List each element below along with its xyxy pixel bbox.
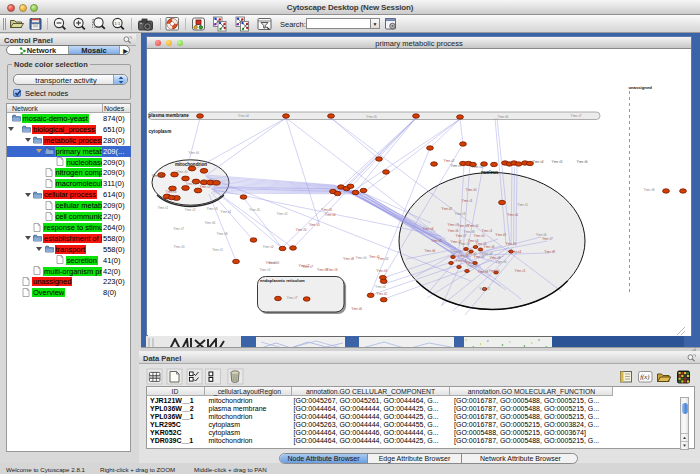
svg-text:Ymr-t5: Ymr-t5 [552,160,563,164]
svg-text:Ymr-t0: Ymr-t0 [177,170,188,174]
svg-text:Ymr-t0: Ymr-t0 [474,234,485,238]
svg-text:Ymr-t5: Ymr-t5 [505,242,516,246]
svg-text:Ymr-t3: Ymr-t3 [166,190,177,194]
svg-text:Ymr-t1: Ymr-t1 [482,229,493,233]
svg-text:cytoplasm: cytoplasm [149,129,172,134]
svg-text:Ymr-t8: Ymr-t8 [217,232,228,236]
svg-text:unassigned: unassigned [629,85,653,90]
svg-text:Ymr-t3: Ymr-t3 [321,208,332,212]
svg-text:Ymr-t7: Ymr-t7 [542,237,553,241]
svg-text:Ymr-t2: Ymr-t2 [299,264,310,268]
svg-text:Ymr-t4: Ymr-t4 [533,160,544,164]
svg-text:Ymr-t7: Ymr-t7 [456,234,467,238]
svg-text:Ymr-t8: Ymr-t8 [343,257,354,261]
svg-text:Ymr-t2: Ymr-t2 [444,159,455,163]
svg-text:Ymr-t2: Ymr-t2 [200,185,211,189]
svg-text:Ymr-t5: Ymr-t5 [431,239,442,243]
svg-text:Ymr-t3: Ymr-t3 [207,207,218,211]
svg-text:Ymr-t6: Ymr-t6 [577,160,588,164]
svg-text:Ymr-t5: Ymr-t5 [376,292,387,296]
svg-text:f(x): f(x) [640,373,649,381]
svg-text:Ymr-t6: Ymr-t6 [448,229,459,233]
svg-text:Ymr-t1: Ymr-t1 [157,206,168,210]
svg-text:Ymr-t3: Ymr-t3 [376,269,387,273]
svg-text:Ymr-t8: Ymr-t8 [544,250,555,254]
svg-text:endoplasmic reticulum: endoplasmic reticulum [260,278,305,283]
svg-text:Ymr-t3: Ymr-t3 [495,233,506,237]
svg-text:Ymr-t7: Ymr-t7 [287,296,298,300]
svg-text:Ymr-t6: Ymr-t6 [351,307,362,311]
svg-text:Ymr-t3: Ymr-t3 [455,212,466,216]
svg-text:Ymr-t7: Ymr-t7 [451,164,462,168]
svg-text:Ymr-t6: Ymr-t6 [484,245,495,249]
svg-text:Ymr-t0: Ymr-t0 [466,188,477,192]
svg-text:nucleus: nucleus [481,170,499,175]
svg-text:Ymr-t8: Ymr-t8 [644,188,655,192]
svg-text:plasma membrane: plasma membrane [149,113,190,118]
svg-text:Ymr-t4: Ymr-t4 [325,213,336,217]
svg-text:Ymr-t2: Ymr-t2 [479,287,490,291]
svg-text:Ymr-t1: Ymr-t1 [515,269,526,273]
svg-text:Ymr-t3: Ymr-t3 [472,165,483,169]
svg-text:Ymr-t6: Ymr-t6 [424,249,435,253]
svg-text:Ymr-t6: Ymr-t6 [204,221,215,225]
svg-text:Ymr-t0: Ymr-t0 [188,151,199,155]
svg-text:Ymr-t2: Ymr-t2 [441,207,452,211]
svg-text:Ymr-t6: Ymr-t6 [496,260,507,264]
svg-text:Ymr-t0: Ymr-t0 [356,256,367,260]
svg-text:Ymr-t4: Ymr-t4 [375,285,386,289]
svg-text:Ymr-t1: Ymr-t1 [462,199,473,203]
svg-text:Ymr-t1: Ymr-t1 [186,182,197,186]
svg-text:Ymr-t1: Ymr-t1 [517,203,528,207]
svg-text:Ymr-t2: Ymr-t2 [378,257,389,261]
svg-text:Ymr-t3: Ymr-t3 [327,268,338,272]
svg-text:Ymr-t0: Ymr-t0 [507,213,518,217]
svg-text:Ymr-t0: Ymr-t0 [468,224,479,228]
svg-text:Ymr-t4: Ymr-t4 [220,210,231,214]
svg-text:Ymr-t1: Ymr-t1 [260,268,271,272]
svg-text:Ymr-t2: Ymr-t2 [185,208,196,212]
svg-text:Ymr-t5: Ymr-t5 [366,115,377,119]
svg-text:Ymr-t4: Ymr-t4 [263,245,274,249]
svg-text:Ymr-t5: Ymr-t5 [309,223,320,227]
svg-text:Ymr-t0: Ymr-t0 [489,269,500,273]
svg-text:Ymr-t0: Ymr-t0 [174,245,185,249]
svg-text:Ymr-t7: Ymr-t7 [571,114,582,118]
svg-text:Ymr-t5: Ymr-t5 [296,228,307,232]
svg-text:Ymr-t1: Ymr-t1 [212,248,223,252]
svg-text:mitochondrion: mitochondrion [175,162,207,167]
svg-text:Ymr-t6: Ymr-t6 [498,115,509,119]
svg-text:Ymr-t4: Ymr-t4 [511,250,522,254]
svg-text:Ymr-t8: Ymr-t8 [477,270,488,274]
svg-text:Ymr-t0: Ymr-t0 [266,261,277,265]
svg-text:Ymr-t2: Ymr-t2 [277,212,288,216]
svg-text:Ymr-t7: Ymr-t7 [173,227,184,231]
svg-text:Ymr-t5: Ymr-t5 [466,261,477,265]
svg-text:Ymr-t4: Ymr-t4 [238,114,249,118]
svg-text:1:1: 1:1 [115,21,121,26]
svg-text:Ymr-t5: Ymr-t5 [249,208,260,212]
svg-text:Ymr-t4: Ymr-t4 [423,227,434,231]
svg-text:Ymr-t8: Ymr-t8 [152,174,163,178]
